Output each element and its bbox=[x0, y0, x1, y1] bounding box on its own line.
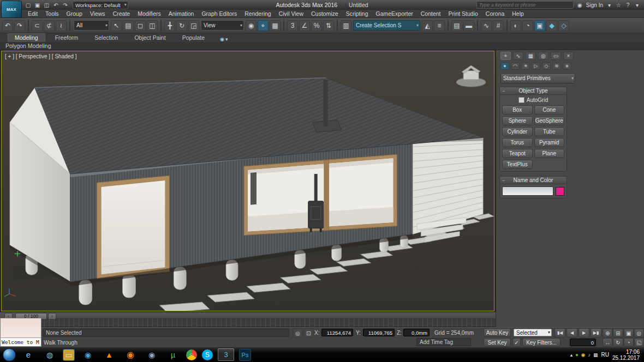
chevron-down-icon[interactable]: ▾ bbox=[225, 37, 228, 42]
menu-item[interactable]: GameExporter bbox=[372, 10, 416, 18]
menu-item[interactable]: Help bbox=[508, 10, 528, 18]
tab-populate[interactable]: Populate bbox=[176, 34, 211, 42]
chrome-icon[interactable]: ◌ bbox=[186, 349, 197, 360]
menu-item[interactable]: Create bbox=[109, 10, 134, 18]
selection-lock-icon[interactable]: ⊡ bbox=[304, 329, 313, 337]
menu-item[interactable]: Views bbox=[86, 10, 109, 18]
undo-quick-icon[interactable]: ↶ bbox=[52, 1, 60, 9]
menu-item[interactable]: Animation bbox=[165, 10, 198, 18]
viewport-3d-scene[interactable] bbox=[2, 51, 494, 311]
folder-icon[interactable]: ▭ bbox=[63, 349, 75, 361]
menu-item[interactable]: Scripting bbox=[342, 10, 372, 18]
utorrent-icon[interactable]: µ bbox=[165, 348, 181, 361]
fov-icon[interactable]: ◔ bbox=[624, 338, 634, 347]
photoshop-icon[interactable]: Ps bbox=[239, 349, 251, 361]
ribbon-toggle-icon[interactable]: ▬ bbox=[463, 20, 474, 31]
vlc-icon[interactable]: ▲ bbox=[101, 348, 117, 361]
sphere-button[interactable]: Sphere bbox=[502, 116, 533, 125]
firefox-icon[interactable]: ◉ bbox=[122, 348, 139, 361]
bind-to-space-warp-icon[interactable]: ≀ bbox=[56, 20, 67, 31]
go-to-end-icon[interactable]: ▶▮ bbox=[591, 328, 601, 337]
polygon-modeling-panel[interactable]: Polygon Modeling bbox=[5, 43, 51, 49]
viewport-label[interactable]: [ + ] [ Perspective ] [ Shaded ] bbox=[5, 53, 76, 59]
max-icon[interactable]: 3 bbox=[218, 348, 234, 361]
maximize-viewport-icon[interactable]: ◱ bbox=[634, 338, 644, 347]
network-tray-icon[interactable]: ▦ bbox=[593, 352, 598, 358]
select-and-manipulate-icon[interactable]: ⌖ bbox=[258, 20, 269, 31]
window-crossing-icon[interactable]: ◫ bbox=[147, 20, 158, 31]
media-player-icon[interactable]: ◉ bbox=[80, 348, 96, 361]
zoom-extents-icon[interactable]: ▣ bbox=[624, 329, 634, 337]
application-menu-button[interactable]: MAX bbox=[1, 1, 22, 18]
space-warps-icon[interactable]: ≋ bbox=[552, 62, 561, 70]
align-icon[interactable]: ≡ bbox=[434, 20, 445, 31]
perspective-viewport[interactable]: [ + ] [ Perspective ] [ Shaded ] bbox=[1, 51, 494, 311]
keyboard-override-icon[interactable]: ▦ bbox=[270, 20, 281, 31]
systems-icon[interactable]: ∗ bbox=[563, 62, 571, 70]
lights-icon[interactable]: ☀ bbox=[521, 62, 530, 70]
zoom-all-icon[interactable]: ⊞ bbox=[613, 329, 623, 337]
ribbon-config-icon[interactable]: ◉ bbox=[220, 37, 224, 42]
cone-button[interactable]: Cone bbox=[534, 105, 565, 114]
open-file-icon[interactable]: ▣ bbox=[33, 1, 41, 9]
pan-icon[interactable]: ↔ bbox=[603, 338, 612, 347]
prev-frame-icon[interactable]: ◀ bbox=[567, 328, 577, 337]
menu-item[interactable]: Corona bbox=[482, 10, 508, 18]
render-production-icon[interactable]: ◆ bbox=[546, 20, 557, 31]
shapes-icon[interactable]: ◠ bbox=[511, 62, 520, 70]
x-coordinate-field[interactable]: 11254,674 bbox=[321, 329, 353, 336]
menu-item[interactable]: Edit bbox=[24, 10, 41, 18]
modify-tab-icon[interactable]: ∿ bbox=[513, 52, 523, 60]
tube-button[interactable]: Tube bbox=[534, 127, 565, 136]
volume-tray-icon[interactable]: ♪ bbox=[588, 352, 591, 358]
go-to-start-icon[interactable]: ▮◀ bbox=[554, 328, 565, 337]
undo-icon[interactable]: ↶ bbox=[2, 20, 13, 31]
select-and-link-icon[interactable]: ⊂ bbox=[32, 20, 43, 31]
menu-item[interactable]: Customize bbox=[307, 10, 342, 18]
torus-button[interactable]: Torus bbox=[502, 138, 533, 147]
object-color-swatch[interactable] bbox=[556, 187, 564, 196]
taskbar-clock[interactable]: 17:06 25.12.2017 bbox=[612, 349, 640, 361]
z-coordinate-field[interactable]: 0,0mm bbox=[403, 329, 430, 336]
auto-key-button[interactable]: Auto Key bbox=[484, 328, 511, 337]
new-scene-icon[interactable]: ▢ bbox=[24, 1, 32, 9]
utilities-tab-icon[interactable]: × bbox=[563, 52, 574, 60]
use-pivot-center-icon[interactable]: ◉ bbox=[246, 20, 257, 31]
redo-quick-icon[interactable]: ↷ bbox=[61, 1, 69, 9]
user-icon[interactable]: ◉ bbox=[576, 2, 583, 9]
y-coordinate-field[interactable]: 11069,765 bbox=[363, 329, 395, 336]
tab-freeform[interactable]: Freeform bbox=[49, 34, 85, 42]
tab-selection[interactable]: Selection bbox=[88, 34, 124, 42]
redo-icon[interactable]: ↷ bbox=[14, 20, 25, 31]
schematic-view-icon[interactable]: # bbox=[493, 20, 504, 31]
menu-item[interactable]: Group bbox=[63, 10, 86, 18]
teapot-button[interactable]: Teapot bbox=[502, 149, 533, 158]
plane-button[interactable]: Plane bbox=[534, 149, 565, 158]
tab-modeling[interactable]: Modeling bbox=[8, 33, 45, 42]
mirror-icon[interactable]: ◭ bbox=[422, 20, 433, 31]
select-and-scale-icon[interactable]: ◲ bbox=[188, 20, 199, 31]
save-file-icon[interactable]: ◫ bbox=[43, 1, 51, 9]
name-color-rollout-header[interactable]: Name and Color bbox=[500, 177, 567, 184]
menu-item[interactable]: Graph Editors bbox=[198, 10, 241, 18]
key-mode-dropdown[interactable]: Selected bbox=[514, 329, 552, 336]
percent-snap-icon[interactable]: % bbox=[311, 20, 322, 31]
snaps-toggle-icon[interactable]: 3 bbox=[287, 20, 298, 31]
geometry-icon[interactable]: ● bbox=[500, 62, 509, 70]
ribbon-config[interactable]: ◉ ▾ bbox=[220, 37, 228, 42]
add-time-tag[interactable]: Add Time Tag bbox=[416, 338, 471, 346]
primitive-category-dropdown[interactable]: Standard Primitives bbox=[500, 73, 575, 83]
menu-item[interactable]: Rendering bbox=[241, 10, 275, 18]
menu-item[interactable]: Modifiers bbox=[134, 10, 165, 18]
tab-object-paint[interactable]: Object Paint bbox=[128, 34, 172, 42]
autogrid-checkbox[interactable] bbox=[518, 97, 524, 103]
select-by-name-icon[interactable]: ▤ bbox=[123, 20, 134, 31]
skype-icon[interactable]: S bbox=[202, 349, 213, 360]
named-selection-dropdown[interactable]: Create Selection S bbox=[353, 20, 420, 31]
antivirus-tray-icon[interactable]: ● bbox=[575, 352, 578, 358]
start-button[interactable] bbox=[3, 348, 16, 361]
zoom-region-icon[interactable]: ◎ bbox=[634, 329, 644, 337]
help-icon[interactable]: ? bbox=[624, 2, 631, 9]
reference-coordinate-dropdown[interactable]: View bbox=[201, 20, 244, 31]
favorites-star-icon[interactable]: ☆ bbox=[615, 2, 622, 9]
